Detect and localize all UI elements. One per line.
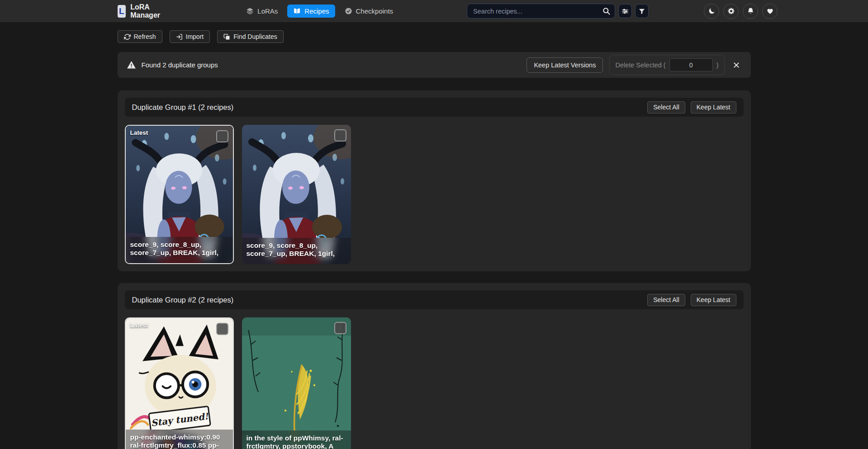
latest-badge: Latest bbox=[130, 322, 148, 329]
group-header: Duplicate Group #2 (2 recipes) Select Al… bbox=[125, 290, 744, 309]
main-nav: LoRAs Recipes Checkpoints bbox=[240, 5, 399, 18]
keep-latest-button[interactable]: Keep Latest bbox=[691, 101, 736, 113]
recipe-caption: score_9, score_8_up, score_7_up, BREAK, … bbox=[126, 237, 233, 263]
card-checkbox[interactable] bbox=[216, 323, 228, 335]
card-checkbox[interactable] bbox=[216, 130, 228, 142]
select-all-button[interactable]: Select All bbox=[647, 101, 685, 113]
select-all-button[interactable]: Select All bbox=[647, 294, 685, 306]
theme-toggle-button[interactable] bbox=[704, 4, 719, 19]
search-input[interactable] bbox=[467, 4, 615, 19]
gear-icon bbox=[727, 7, 735, 15]
nav-tab-checkpoints[interactable]: Checkpoints bbox=[339, 5, 399, 18]
refresh-button[interactable]: Refresh bbox=[118, 30, 162, 43]
notifications-button[interactable] bbox=[743, 4, 758, 19]
topbar-actions bbox=[704, 4, 778, 19]
import-label: Import bbox=[186, 33, 204, 40]
copy-icon bbox=[223, 33, 230, 40]
nav-tab-label: Checkpoints bbox=[356, 7, 394, 15]
group-title: Duplicate Group #1 (2 recipes) bbox=[132, 103, 234, 112]
delete-selected-group: Delete Selected ( ) bbox=[609, 55, 724, 75]
recipe-card[interactable]: Stay tuned! Latest pp-enchanted-whimsy:0… bbox=[125, 317, 234, 449]
refresh-label: Refresh bbox=[134, 33, 156, 40]
group-title: Duplicate Group #2 (2 recipes) bbox=[132, 296, 234, 304]
support-button[interactable] bbox=[762, 4, 778, 19]
recipe-card[interactable]: Latest score_9, score_8_up, score_7_up, … bbox=[125, 125, 234, 264]
nav-tab-recipes[interactable]: Recipes bbox=[287, 5, 335, 18]
latest-badge: Latest bbox=[130, 129, 148, 136]
close-icon bbox=[733, 61, 740, 69]
card-checkbox[interactable] bbox=[334, 322, 346, 334]
import-button[interactable]: Import bbox=[170, 30, 210, 43]
warning-icon bbox=[127, 60, 136, 70]
group-header: Duplicate Group #1 (2 recipes) Select Al… bbox=[125, 98, 744, 117]
recipe-caption: pp-enchanted-whimsy:0.90 ral-frctlgmtry_… bbox=[126, 430, 233, 449]
bell-icon bbox=[747, 7, 754, 15]
close-alert-button[interactable] bbox=[731, 60, 742, 71]
app-title: LoRA Manager bbox=[130, 3, 164, 19]
find-duplicates-button[interactable]: Find Duplicates bbox=[217, 30, 284, 43]
heart-icon bbox=[766, 7, 774, 15]
recipe-artwork-feather bbox=[242, 317, 351, 449]
settings-button[interactable] bbox=[723, 4, 739, 19]
recipe-caption: in the style of ppWhimsy, ral-frctlgmtry… bbox=[242, 430, 351, 449]
layers-icon bbox=[246, 7, 254, 15]
refresh-icon bbox=[124, 33, 131, 40]
top-navigation-bar: L LoRA Manager LoRAs Recipes Checkpoi bbox=[0, 0, 868, 22]
moon-icon bbox=[708, 7, 716, 15]
book-icon bbox=[293, 7, 301, 15]
page-toolbar: Refresh Import Find Duplicates bbox=[0, 30, 868, 43]
recipe-card-list: Stay tuned! Latest pp-enchanted-whimsy:0… bbox=[125, 317, 744, 449]
nav-tab-label: LoRAs bbox=[257, 7, 278, 15]
keep-latest-button[interactable]: Keep Latest bbox=[691, 294, 736, 306]
nav-tab-label: Recipes bbox=[304, 7, 329, 15]
funnel-icon bbox=[638, 8, 645, 15]
delete-selected-label: Delete Selected ( bbox=[615, 61, 665, 69]
filter-button[interactable] bbox=[635, 4, 649, 18]
recipe-card[interactable]: score_9, score_8_up, score_7_up, BREAK, … bbox=[242, 125, 351, 264]
delete-selected-suffix: ) bbox=[716, 61, 719, 69]
duplicate-group-2: Duplicate Group #2 (2 recipes) Select Al… bbox=[118, 283, 751, 449]
app-logo: L LoRA Manager bbox=[118, 3, 165, 19]
keep-latest-versions-button[interactable]: Keep Latest Versions bbox=[526, 57, 603, 73]
filter-settings-button[interactable] bbox=[618, 4, 632, 18]
duplicate-group-1: Duplicate Group #1 (2 recipes) Select Al… bbox=[118, 90, 751, 271]
recipe-caption: score_9, score_8_up, score_7_up, BREAK, … bbox=[242, 238, 351, 264]
check-circle-icon bbox=[345, 7, 352, 15]
search-box bbox=[467, 4, 615, 19]
nav-tab-loras[interactable]: LoRAs bbox=[240, 5, 284, 18]
card-checkbox[interactable] bbox=[334, 129, 346, 142]
logo-icon: L bbox=[118, 5, 126, 18]
sliders-icon bbox=[621, 8, 629, 15]
find-duplicates-label: Find Duplicates bbox=[233, 33, 277, 40]
recipe-card-list: Latest score_9, score_8_up, score_7_up, … bbox=[125, 125, 744, 264]
search-icon[interactable] bbox=[602, 7, 611, 15]
alert-message: Found 2 duplicate groups bbox=[142, 61, 218, 69]
import-icon bbox=[176, 33, 183, 40]
selected-count-input[interactable] bbox=[669, 58, 713, 71]
duplicates-alert: Found 2 duplicate groups Keep Latest Ver… bbox=[118, 52, 751, 78]
recipe-card[interactable]: in the style of ppWhimsy, ral-frctlgmtry… bbox=[242, 317, 351, 449]
